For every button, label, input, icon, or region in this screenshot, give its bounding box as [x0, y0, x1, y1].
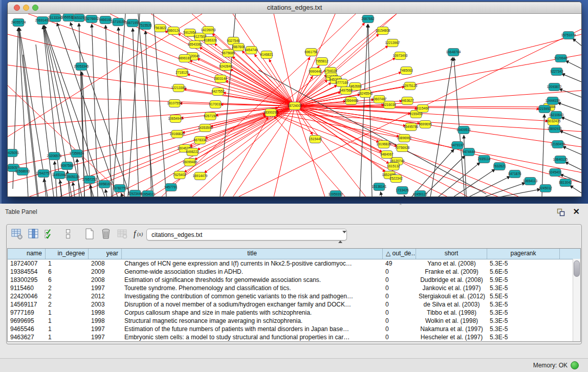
column-header-year[interactable]: year: [89, 249, 122, 259]
table-settings-icon[interactable]: [11, 228, 23, 240]
graph-node[interactable]: 16958167: [97, 181, 112, 188]
graph-node[interactable]: 9699695: [419, 121, 432, 128]
graph-node[interactable]: 15495786: [404, 123, 419, 131]
graph-node[interactable]: 15892931: [548, 125, 562, 133]
graph-node[interactable]: 12450122: [413, 191, 428, 198]
graph-node[interactable]: 9170031: [209, 101, 222, 108]
graph-node[interactable]: 8860124: [167, 27, 180, 35]
graph-node[interactable]: 19166825: [170, 130, 185, 138]
graph-node[interactable]: 8454749: [245, 47, 258, 54]
graph-node[interactable]: 12213383: [171, 84, 186, 92]
graph-node[interactable]: 9245012: [539, 185, 552, 192]
graph-node[interactable]: 6497568: [339, 87, 353, 95]
graph-node[interactable]: 5675685: [222, 50, 235, 57]
graph-node[interactable]: 12444159: [546, 97, 560, 105]
graph-node[interactable]: 15751074: [561, 32, 576, 39]
graph-node[interactable]: 9777169: [335, 79, 349, 87]
graph-node[interactable]: 12975125: [403, 82, 418, 90]
graph-node[interactable]: 14226053: [201, 27, 216, 34]
graph-node[interactable]: 11568693: [15, 168, 30, 176]
panel-resize-grip[interactable]: ⌃: [399, 203, 403, 208]
vertical-scrollbar[interactable]: [573, 259, 580, 341]
graph-node[interactable]: 9129946: [554, 55, 568, 62]
column-header-out_de[interactable]: △ out_de…: [383, 249, 416, 259]
graph-node[interactable]: 9245401: [549, 169, 562, 177]
graph-node[interactable]: 16719155: [111, 18, 126, 26]
table-row[interactable]: 946554611997Estimation of the future num…: [8, 325, 580, 333]
graph-node[interactable]: 15136141: [372, 183, 387, 191]
graph-node[interactable]: 9227343: [550, 68, 563, 76]
table-row[interactable]: 2242004622012Investigating the contribut…: [8, 292, 580, 300]
table-row[interactable]: 969969511998Structural magnetic resonanc…: [8, 317, 580, 325]
graph-node[interactable]: 2935114: [478, 156, 491, 163]
graph-node[interactable]: 9990448: [309, 68, 322, 76]
table-row[interactable]: 1830029562008Estimation of significance …: [8, 276, 580, 284]
graph-node[interactable]: 2687682: [361, 15, 375, 23]
graph-node[interactable]: 12160455: [551, 141, 565, 148]
graph-node[interactable]: 7955812: [315, 58, 329, 65]
graph-node[interactable]: 19196825: [377, 141, 391, 148]
graph-node[interactable]: 17359924: [70, 150, 84, 158]
graph-node[interactable]: 16648784: [446, 49, 461, 56]
graph-node[interactable]: 16543382: [188, 41, 203, 49]
column-header-pagerank[interactable]: pagerank: [487, 249, 560, 259]
graph-node[interactable]: 7632621: [493, 163, 506, 170]
graph-node[interactable]: 20564486: [344, 97, 359, 105]
graph-node[interactable]: 16245546: [358, 90, 373, 98]
graph-node[interactable]: 18300295: [264, 109, 278, 117]
graph-node[interactable]: 18107554: [167, 100, 182, 107]
graph-node[interactable]: 16914479: [193, 172, 208, 180]
row-check-icon[interactable]: [43, 228, 56, 240]
select-column-icon[interactable]: [27, 228, 39, 240]
graph-node[interactable]: 12213967: [385, 39, 400, 47]
graph-node[interactable]: 16154808: [376, 27, 390, 35]
graph-node[interactable]: 2718126: [176, 69, 189, 77]
graph-node[interactable]: 6216039: [383, 101, 396, 109]
graph-node[interactable]: 1615132: [387, 163, 400, 170]
graph-node[interactable]: 9457791: [164, 184, 178, 191]
graph-node[interactable]: 19425051: [8, 149, 19, 157]
graph-node[interactable]: 20053346: [74, 63, 89, 71]
table-row[interactable]: 1938455462009Genome-wide association stu…: [8, 268, 580, 276]
graph-node[interactable]: 9097588: [60, 162, 74, 170]
graph-node[interactable]: 2522342: [389, 175, 403, 183]
graph-node[interactable]: 4498222: [186, 148, 199, 156]
graph-node[interactable]: 2803144: [214, 75, 227, 83]
create-column-icon[interactable]: [83, 228, 96, 240]
delete-column-icon[interactable]: [100, 228, 112, 240]
graph-node[interactable]: 10840135: [553, 156, 568, 164]
graph-node[interactable]: 5678334: [193, 137, 207, 144]
graph-node[interactable]: 12942757: [36, 170, 51, 178]
graph-node[interactable]: 10654943: [168, 115, 183, 123]
graph-node[interactable]: 9479197: [451, 142, 464, 149]
graph-node[interactable]: 17957252: [82, 176, 97, 184]
graph-node[interactable]: 13505135: [65, 173, 80, 181]
column-header-name[interactable]: name: [8, 249, 46, 259]
graph-node[interactable]: 16671955: [125, 19, 140, 27]
graph-node[interactable]: 8267150: [204, 113, 217, 120]
graph-node[interactable]: 1733426: [396, 187, 409, 194]
table-row[interactable]: 911546021997Tourette syndrome. Phenomeno…: [8, 284, 580, 292]
graph-node[interactable]: 7563822: [154, 25, 167, 32]
graph-node[interactable]: 10959392: [329, 191, 343, 198]
graph-node[interactable]: 20206576: [47, 152, 62, 160]
column-header-title[interactable]: title: [122, 249, 383, 259]
column-header-in_degree[interactable]: in_degree: [46, 249, 89, 259]
scrollbar-thumb[interactable]: [574, 260, 580, 277]
graph-node[interactable]: 6961758: [304, 49, 318, 56]
graph-node[interactable]: 24055724: [11, 19, 26, 27]
graph-node[interactable]: 7485063: [400, 67, 413, 75]
table-row[interactable]: 977716911998Corpus callosum shape and si…: [8, 309, 580, 317]
graph-node[interactable]: 18724007: [288, 102, 302, 110]
graph-node[interactable]: 1515445: [309, 136, 322, 143]
network-canvas[interactable]: 1872400718300295591295491275081654338281…: [8, 14, 581, 197]
graph-node[interactable]: 7515526: [139, 22, 152, 30]
close-panel-icon[interactable]: ✕: [573, 207, 580, 216]
graph-node[interactable]: 9896181: [178, 55, 191, 62]
graph-node[interactable]: 16409511: [456, 126, 471, 134]
table-mode-icon[interactable]: [62, 228, 74, 240]
graph-node[interactable]: 26133340: [48, 14, 63, 22]
graph-node[interactable]: 10973493: [393, 52, 408, 60]
graph-node[interactable]: 9466160: [99, 16, 112, 24]
table-row[interactable]: 1872400712008Changes of HCN gene express…: [8, 259, 580, 268]
